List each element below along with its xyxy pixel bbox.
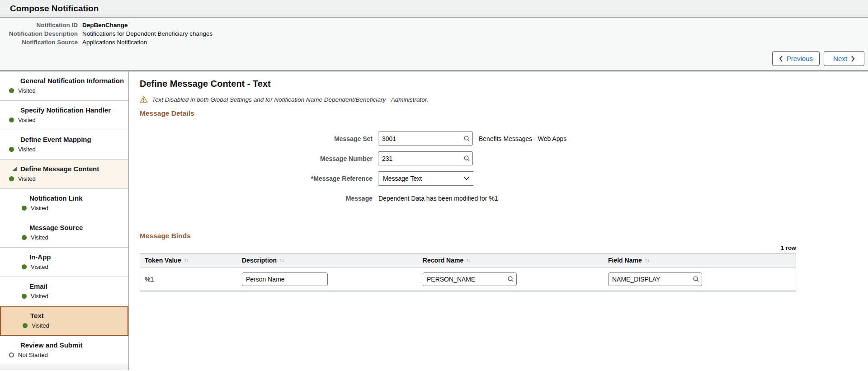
column-header-record-name[interactable]: Record Name ↑↓	[418, 257, 604, 264]
description-cell	[237, 272, 418, 286]
step-label: Define Event Mapping	[0, 136, 128, 143]
warning-icon	[140, 96, 148, 103]
step-status: Not Started	[0, 352, 128, 358]
main-panel: Define Message Content - Text Text Disab…	[129, 71, 868, 370]
sort-arrows-icon[interactable]: ↑↓	[184, 257, 189, 263]
step-status-text: Visited	[18, 175, 36, 182]
field-name-input[interactable]	[608, 272, 702, 286]
sidebar-item-define-message-content[interactable]: Define Message Content Visited	[0, 160, 128, 189]
step-status-text: Visited	[31, 234, 48, 241]
search-icon[interactable]	[693, 276, 699, 284]
chevron-left-icon	[779, 56, 783, 62]
step-label: In-App	[0, 253, 128, 261]
next-button[interactable]: Next	[824, 51, 864, 66]
field-name-cell	[604, 272, 796, 286]
status-dot-visited	[22, 235, 27, 240]
message-reference-select[interactable]: Message Text	[378, 171, 474, 186]
sidebar-item-define-event-mapping[interactable]: Define Event Mapping Visited	[0, 130, 128, 160]
step-status: Visited	[0, 175, 128, 182]
step-status-text: Visited	[18, 87, 36, 94]
sort-arrows-icon[interactable]: ↑↓	[645, 257, 649, 263]
token-value-cell: %1	[140, 276, 237, 283]
step-label: Text	[1, 312, 127, 319]
record-name-input[interactable]	[423, 272, 517, 286]
step-label: General Notification Information	[0, 77, 128, 85]
sidebar-item-text[interactable]: Text Visited	[0, 306, 128, 336]
status-dot-visited	[9, 147, 14, 152]
search-icon[interactable]	[463, 155, 470, 164]
field-name-field-wrap	[608, 272, 702, 286]
step-status-text: Visited	[18, 146, 36, 153]
notification-description-value: Notifications for Dependent Beneficiary …	[82, 29, 212, 38]
wizard-nav-buttons: Previous Next	[772, 51, 864, 66]
step-status: Visited	[0, 263, 128, 270]
message-reference-selected-value: Message Text	[383, 175, 422, 182]
step-status: Visited	[0, 205, 128, 211]
column-header-description[interactable]: Description ↑↓	[237, 257, 418, 264]
column-label: Description	[242, 257, 277, 264]
notification-header: Notification ID DepBenChange Notificatio…	[0, 18, 868, 71]
sidebar-item-in-app[interactable]: In-App Visited	[0, 248, 128, 277]
step-status-text: Visited	[31, 205, 48, 211]
header-row-notification-source: Notification Source Applications Notific…	[0, 38, 868, 47]
status-dot-visited	[22, 264, 27, 269]
message-details-form: Message Set Benefits Messages - Web Apps…	[140, 131, 868, 202]
status-dot-visited	[22, 294, 27, 299]
step-label: Specify Notification Handler	[0, 106, 128, 114]
notification-id-value: DepBenChange	[82, 21, 128, 29]
sidebar-item-message-source[interactable]: Message Source Visited	[0, 218, 128, 248]
message-row: Message Dependent Data has been modified…	[140, 195, 868, 202]
row-count: 1 row	[140, 244, 796, 251]
message-label: Message	[140, 195, 378, 202]
message-set-description: Benefits Messages - Web Apps	[479, 135, 566, 142]
notification-id-label: Notification ID	[0, 21, 78, 29]
sidebar-filler	[0, 365, 128, 370]
column-label: Token Value	[145, 257, 181, 264]
status-dot-not-started	[9, 352, 14, 357]
status-dot-visited	[9, 88, 14, 93]
step-status-text: Visited	[31, 263, 48, 270]
sidebar-item-review-and-submit[interactable]: Review and Submit Not Started	[0, 336, 128, 365]
search-icon[interactable]	[507, 276, 514, 284]
step-label: Review and Submit	[0, 341, 128, 349]
column-header-field-name[interactable]: Field Name ↑↓	[604, 257, 796, 264]
description-field-wrap	[242, 272, 328, 286]
column-header-token-value[interactable]: Token Value ↑↓	[140, 257, 237, 264]
sidebar-item-general-notification-information[interactable]: General Notification Information Visited	[0, 71, 128, 101]
sidebar-item-specify-notification-handler[interactable]: Specify Notification Handler Visited	[0, 101, 128, 130]
step-status: Visited	[0, 87, 128, 94]
message-set-input[interactable]	[378, 131, 473, 146]
sidebar-item-notification-link[interactable]: Notification Link Visited	[0, 189, 128, 218]
sort-arrows-icon[interactable]: ↑↓	[466, 257, 471, 263]
step-label: Notification Link	[0, 194, 128, 202]
expanded-triangle-icon[interactable]	[12, 166, 17, 171]
description-input[interactable]	[242, 272, 328, 286]
chevron-down-icon	[464, 177, 469, 180]
message-value: Dependent Data has been modified for %1	[378, 195, 498, 202]
content-area: General Notification Information Visited…	[0, 71, 868, 370]
step-label: Define Message Content	[20, 165, 99, 173]
message-set-label: Message Set	[140, 135, 378, 142]
message-number-row: Message Number	[140, 151, 868, 165]
step-status: Visited	[0, 117, 128, 123]
step-status-text: Not Started	[18, 352, 48, 358]
sidebar-item-email[interactable]: Email Visited	[0, 277, 128, 306]
table-header-row: Token Value ↑↓ Description ↑↓ Record Nam…	[140, 254, 796, 268]
title-band: Compose Notification	[0, 0, 868, 18]
status-dot-visited	[22, 206, 27, 211]
sort-arrows-icon[interactable]: ↑↓	[279, 257, 284, 263]
message-reference-row: *Message Reference Message Text	[140, 171, 868, 186]
status-dot-visited	[23, 323, 28, 328]
status-dot-visited	[9, 117, 14, 122]
message-binds-section: Message Binds 1 row Token Value ↑↓ Descr…	[140, 232, 868, 291]
search-icon[interactable]	[463, 135, 470, 144]
message-number-field-wrap	[378, 151, 473, 165]
next-button-label: Next	[833, 55, 847, 62]
table-row: %1	[140, 268, 796, 291]
record-name-cell	[418, 272, 604, 286]
previous-button[interactable]: Previous	[772, 51, 820, 66]
previous-button-label: Previous	[787, 55, 813, 62]
message-number-input[interactable]	[378, 151, 473, 165]
step-status: Visited	[0, 146, 128, 153]
notification-source-value: Applications Notification	[82, 38, 147, 47]
